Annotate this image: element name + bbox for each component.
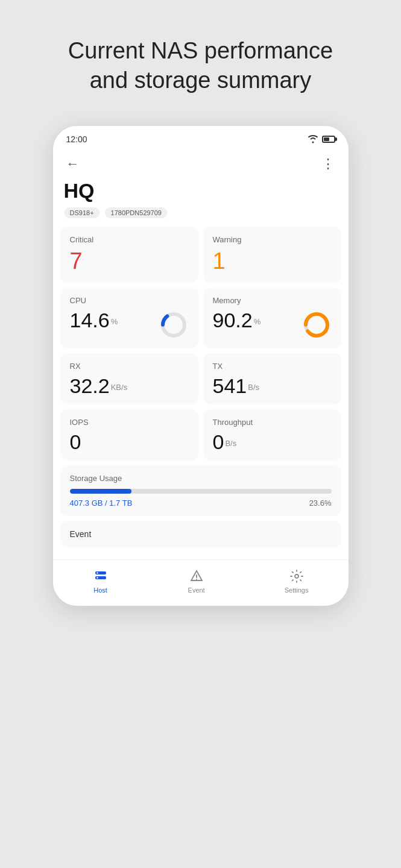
tag-serial: 1780PDN529709 xyxy=(105,207,168,218)
app-header: ← ⋮ xyxy=(53,149,349,177)
svg-point-3 xyxy=(306,314,327,336)
tx-unit: B/s xyxy=(248,382,259,393)
nav-host-label: Host xyxy=(93,587,107,594)
rx-value: 32.2 xyxy=(70,376,110,396)
wifi-icon xyxy=(308,135,318,143)
alerts-row: Critical 7 Warning 1 xyxy=(60,227,341,283)
event-label: Event xyxy=(70,529,332,539)
settings-icon xyxy=(289,568,305,584)
storage-card: Storage Usage 407.3 GB / 1.7 TB 23.6% xyxy=(60,465,341,516)
tx-card: TX 541 B/s xyxy=(203,353,341,404)
storage-label: Storage Usage xyxy=(70,474,332,483)
warning-label: Warning xyxy=(213,235,332,244)
host-name: HQ xyxy=(64,179,338,203)
tag-model: DS918+ xyxy=(64,207,100,218)
nav-event-label: Event xyxy=(188,587,205,594)
cpu-memory-row: CPU 14.6 % Memory xyxy=(60,288,341,348)
nav-settings[interactable]: Settings xyxy=(273,566,321,596)
tx-value: 541 xyxy=(213,376,247,396)
status-icons xyxy=(308,135,335,143)
rx-tx-row: RX 32.2 KB/s TX 541 B/s xyxy=(60,353,341,404)
tx-label: TX xyxy=(213,362,332,371)
svg-point-6 xyxy=(96,572,98,573)
cpu-value: 14.6 xyxy=(70,310,110,330)
warning-card: Warning 1 xyxy=(203,227,341,283)
warning-value: 1 xyxy=(213,249,332,274)
memory-label: Memory xyxy=(213,296,332,305)
nav-host[interactable]: Host xyxy=(81,566,121,596)
rx-label: RX xyxy=(70,362,189,371)
svg-point-7 xyxy=(96,577,98,578)
iops-value: 0 xyxy=(70,432,81,452)
iops-card: IOPS 0 xyxy=(60,409,198,461)
critical-card: Critical 7 xyxy=(60,227,198,283)
event-icon xyxy=(189,568,204,584)
iops-throughput-row: IOPS 0 Throughput 0 B/s xyxy=(60,409,341,461)
cpu-label: CPU xyxy=(70,296,189,305)
memory-card: Memory 90.2 % xyxy=(203,288,341,348)
memory-chart xyxy=(302,310,332,340)
svg-point-9 xyxy=(196,579,197,580)
critical-value: 7 xyxy=(70,249,189,274)
rx-unit: KB/s xyxy=(111,382,127,393)
nav-settings-label: Settings xyxy=(285,587,309,594)
svg-point-10 xyxy=(295,574,298,578)
storage-bar-fill xyxy=(70,489,131,494)
host-tags: DS918+ 1780PDN529709 xyxy=(64,207,338,218)
more-button[interactable]: ⋮ xyxy=(319,155,338,173)
page-title: Current NAS performance and storage summ… xyxy=(68,36,333,96)
iops-label: IOPS xyxy=(70,418,189,427)
throughput-label: Throughput xyxy=(213,418,332,427)
event-card: Event xyxy=(60,521,341,547)
throughput-card: Throughput 0 B/s xyxy=(203,409,341,461)
cpu-unit: % xyxy=(111,316,118,327)
rx-card: RX 32.2 KB/s xyxy=(60,353,198,404)
critical-label: Critical xyxy=(70,235,189,244)
nav-event[interactable]: Event xyxy=(176,566,217,596)
host-section: HQ DS918+ 1780PDN529709 xyxy=(53,177,349,227)
content-area: Critical 7 Warning 1 CPU 14.6 % xyxy=(53,227,349,559)
cpu-chart xyxy=(159,310,189,340)
memory-value: 90.2 xyxy=(213,310,253,330)
memory-unit: % xyxy=(254,316,261,327)
storage-used: 407.3 GB / 1.7 TB xyxy=(70,498,133,508)
cpu-card: CPU 14.6 % xyxy=(60,288,198,348)
back-button[interactable]: ← xyxy=(64,154,82,174)
storage-bar-background xyxy=(70,489,332,494)
battery-icon xyxy=(322,136,335,143)
status-time: 12:00 xyxy=(66,134,87,144)
phone-frame: 12:00 ← ⋮ HQ DS918+ 1780PDN529709 xyxy=(53,126,349,606)
throughput-value: 0 xyxy=(213,432,224,452)
host-icon xyxy=(93,568,109,584)
storage-percent: 23.6% xyxy=(309,498,332,508)
status-bar: 12:00 xyxy=(53,126,349,149)
storage-info: 407.3 GB / 1.7 TB 23.6% xyxy=(70,498,332,508)
bottom-nav: Host Event Settings xyxy=(53,559,349,606)
throughput-unit: B/s xyxy=(225,438,236,449)
